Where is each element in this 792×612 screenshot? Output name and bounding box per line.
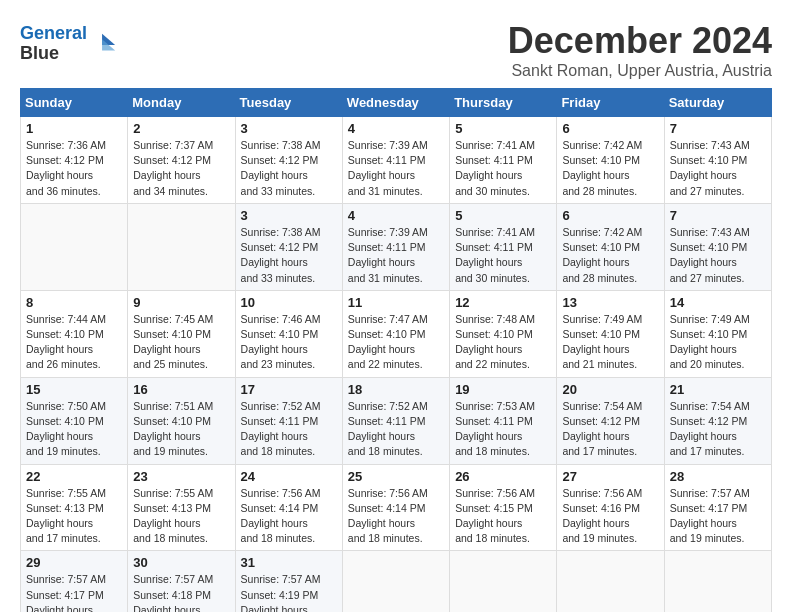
day-info: Sunrise: 7:54 AM Sunset: 4:12 PM Dayligh… <box>670 399 766 460</box>
day-info: Sunrise: 7:47 AM Sunset: 4:10 PM Dayligh… <box>348 312 444 373</box>
day-info: Sunrise: 7:52 AM Sunset: 4:11 PM Dayligh… <box>348 399 444 460</box>
day-number: 17 <box>241 382 337 397</box>
day-number: 13 <box>562 295 658 310</box>
day-info: Sunrise: 7:53 AM Sunset: 4:11 PM Dayligh… <box>455 399 551 460</box>
calendar-cell: 7 Sunrise: 7:43 AM Sunset: 4:10 PM Dayli… <box>664 117 771 204</box>
day-number: 11 <box>348 295 444 310</box>
calendar-header-sunday: Sunday <box>21 89 128 117</box>
day-number: 22 <box>26 469 122 484</box>
day-number: 31 <box>241 555 337 570</box>
day-number: 6 <box>562 208 658 223</box>
day-info: Sunrise: 7:44 AM Sunset: 4:10 PM Dayligh… <box>26 312 122 373</box>
day-number: 21 <box>670 382 766 397</box>
day-info: Sunrise: 7:43 AM Sunset: 4:10 PM Dayligh… <box>670 225 766 286</box>
day-info: Sunrise: 7:56 AM Sunset: 4:15 PM Dayligh… <box>455 486 551 547</box>
day-info: Sunrise: 7:52 AM Sunset: 4:11 PM Dayligh… <box>241 399 337 460</box>
day-number: 29 <box>26 555 122 570</box>
day-number: 6 <box>562 121 658 136</box>
day-info: Sunrise: 7:57 AM Sunset: 4:19 PM Dayligh… <box>241 572 337 612</box>
calendar-cell: 18 Sunrise: 7:52 AM Sunset: 4:11 PM Dayl… <box>342 377 449 464</box>
calendar-cell: 8 Sunrise: 7:44 AM Sunset: 4:10 PM Dayli… <box>21 290 128 377</box>
day-info: Sunrise: 7:50 AM Sunset: 4:10 PM Dayligh… <box>26 399 122 460</box>
day-info: Sunrise: 7:56 AM Sunset: 4:14 PM Dayligh… <box>348 486 444 547</box>
day-number: 27 <box>562 469 658 484</box>
day-number: 20 <box>562 382 658 397</box>
day-number: 1 <box>26 121 122 136</box>
calendar-cell: 3 Sunrise: 7:38 AM Sunset: 4:12 PM Dayli… <box>235 203 342 290</box>
calendar-cell: 5 Sunrise: 7:41 AM Sunset: 4:11 PM Dayli… <box>450 203 557 290</box>
calendar-cell: 17 Sunrise: 7:52 AM Sunset: 4:11 PM Dayl… <box>235 377 342 464</box>
day-number: 23 <box>133 469 229 484</box>
calendar-table: SundayMondayTuesdayWednesdayThursdayFrid… <box>20 88 772 612</box>
day-number: 10 <box>241 295 337 310</box>
calendar-row-3: 8 Sunrise: 7:44 AM Sunset: 4:10 PM Dayli… <box>21 290 772 377</box>
calendar-cell: 31 Sunrise: 7:57 AM Sunset: 4:19 PM Dayl… <box>235 551 342 612</box>
day-number: 14 <box>670 295 766 310</box>
calendar-cell: 6 Sunrise: 7:42 AM Sunset: 4:10 PM Dayli… <box>557 117 664 204</box>
day-info: Sunrise: 7:42 AM Sunset: 4:10 PM Dayligh… <box>562 225 658 286</box>
day-number: 15 <box>26 382 122 397</box>
day-number: 16 <box>133 382 229 397</box>
calendar-cell: 6 Sunrise: 7:42 AM Sunset: 4:10 PM Dayli… <box>557 203 664 290</box>
day-info: Sunrise: 7:46 AM Sunset: 4:10 PM Dayligh… <box>241 312 337 373</box>
calendar-row-5: 22 Sunrise: 7:55 AM Sunset: 4:13 PM Dayl… <box>21 464 772 551</box>
title-block: December 2024 Sankt Roman, Upper Austria… <box>508 20 772 80</box>
calendar-cell: 15 Sunrise: 7:50 AM Sunset: 4:10 PM Dayl… <box>21 377 128 464</box>
calendar-cell <box>450 551 557 612</box>
calendar-row-6: 29 Sunrise: 7:57 AM Sunset: 4:17 PM Dayl… <box>21 551 772 612</box>
calendar-cell <box>128 203 235 290</box>
calendar-cell: 12 Sunrise: 7:48 AM Sunset: 4:10 PM Dayl… <box>450 290 557 377</box>
calendar-cell: 27 Sunrise: 7:56 AM Sunset: 4:16 PM Dayl… <box>557 464 664 551</box>
day-info: Sunrise: 7:42 AM Sunset: 4:10 PM Dayligh… <box>562 138 658 199</box>
page-header: GeneralBlue December 2024 Sankt Roman, U… <box>20 20 772 80</box>
day-info: Sunrise: 7:54 AM Sunset: 4:12 PM Dayligh… <box>562 399 658 460</box>
day-number: 9 <box>133 295 229 310</box>
logo-icon <box>89 30 117 58</box>
calendar-header-tuesday: Tuesday <box>235 89 342 117</box>
day-number: 26 <box>455 469 551 484</box>
calendar-cell: 30 Sunrise: 7:57 AM Sunset: 4:18 PM Dayl… <box>128 551 235 612</box>
calendar-cell <box>21 203 128 290</box>
calendar-cell: 21 Sunrise: 7:54 AM Sunset: 4:12 PM Dayl… <box>664 377 771 464</box>
calendar-cell <box>664 551 771 612</box>
main-title: December 2024 <box>508 20 772 62</box>
day-number: 19 <box>455 382 551 397</box>
calendar-row-4: 15 Sunrise: 7:50 AM Sunset: 4:10 PM Dayl… <box>21 377 772 464</box>
day-number: 30 <box>133 555 229 570</box>
day-number: 18 <box>348 382 444 397</box>
calendar-cell: 24 Sunrise: 7:56 AM Sunset: 4:14 PM Dayl… <box>235 464 342 551</box>
calendar-cell: 14 Sunrise: 7:49 AM Sunset: 4:10 PM Dayl… <box>664 290 771 377</box>
calendar-cell: 9 Sunrise: 7:45 AM Sunset: 4:10 PM Dayli… <box>128 290 235 377</box>
logo-text: GeneralBlue <box>20 24 87 64</box>
day-info: Sunrise: 7:55 AM Sunset: 4:13 PM Dayligh… <box>26 486 122 547</box>
calendar-cell: 16 Sunrise: 7:51 AM Sunset: 4:10 PM Dayl… <box>128 377 235 464</box>
day-number: 3 <box>241 121 337 136</box>
day-number: 7 <box>670 208 766 223</box>
calendar-header-monday: Monday <box>128 89 235 117</box>
calendar-header-row: SundayMondayTuesdayWednesdayThursdayFrid… <box>21 89 772 117</box>
day-number: 2 <box>133 121 229 136</box>
day-info: Sunrise: 7:38 AM Sunset: 4:12 PM Dayligh… <box>241 225 337 286</box>
calendar-cell: 20 Sunrise: 7:54 AM Sunset: 4:12 PM Dayl… <box>557 377 664 464</box>
day-info: Sunrise: 7:39 AM Sunset: 4:11 PM Dayligh… <box>348 225 444 286</box>
calendar-header-friday: Friday <box>557 89 664 117</box>
day-info: Sunrise: 7:55 AM Sunset: 4:13 PM Dayligh… <box>133 486 229 547</box>
day-info: Sunrise: 7:57 AM Sunset: 4:18 PM Dayligh… <box>133 572 229 612</box>
day-number: 24 <box>241 469 337 484</box>
day-info: Sunrise: 7:45 AM Sunset: 4:10 PM Dayligh… <box>133 312 229 373</box>
day-number: 8 <box>26 295 122 310</box>
day-info: Sunrise: 7:57 AM Sunset: 4:17 PM Dayligh… <box>670 486 766 547</box>
calendar-header-thursday: Thursday <box>450 89 557 117</box>
day-number: 7 <box>670 121 766 136</box>
day-info: Sunrise: 7:49 AM Sunset: 4:10 PM Dayligh… <box>562 312 658 373</box>
calendar-cell <box>342 551 449 612</box>
calendar-cell: 29 Sunrise: 7:57 AM Sunset: 4:17 PM Dayl… <box>21 551 128 612</box>
calendar-cell: 5 Sunrise: 7:41 AM Sunset: 4:11 PM Dayli… <box>450 117 557 204</box>
calendar-row-1: 1 Sunrise: 7:36 AM Sunset: 4:12 PM Dayli… <box>21 117 772 204</box>
calendar-cell: 3 Sunrise: 7:38 AM Sunset: 4:12 PM Dayli… <box>235 117 342 204</box>
day-info: Sunrise: 7:57 AM Sunset: 4:17 PM Dayligh… <box>26 572 122 612</box>
calendar-cell: 22 Sunrise: 7:55 AM Sunset: 4:13 PM Dayl… <box>21 464 128 551</box>
day-info: Sunrise: 7:37 AM Sunset: 4:12 PM Dayligh… <box>133 138 229 199</box>
calendar-row-2: 3 Sunrise: 7:38 AM Sunset: 4:12 PM Dayli… <box>21 203 772 290</box>
day-info: Sunrise: 7:41 AM Sunset: 4:11 PM Dayligh… <box>455 138 551 199</box>
